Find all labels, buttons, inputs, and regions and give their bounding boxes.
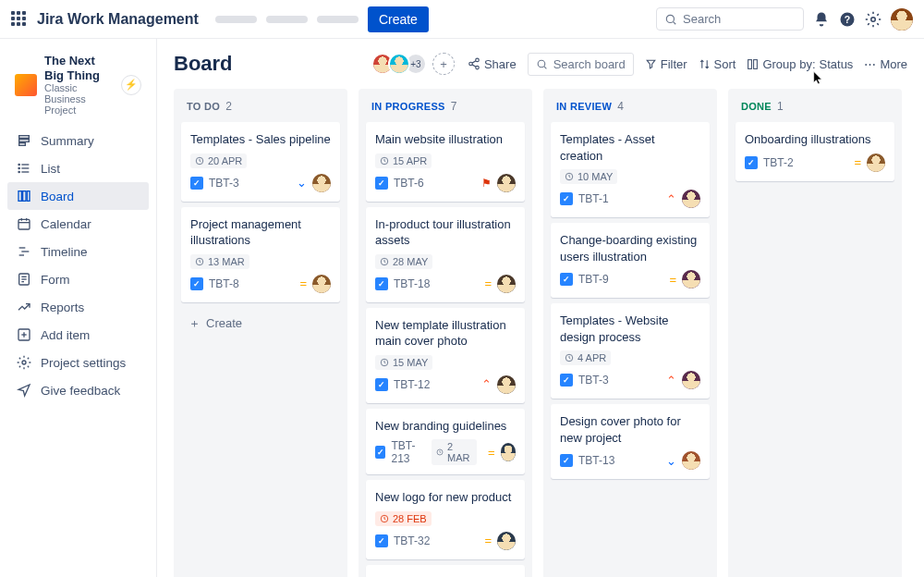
svg-point-32 [476,58,480,61]
nav-add[interactable]: Add item [7,321,149,349]
settings-icon[interactable] [865,11,881,28]
nav-label: Timeline [41,245,88,259]
more-button[interactable]: ⋯ More [864,57,907,71]
nav-board[interactable]: Board [7,182,149,210]
sort-button[interactable]: Sort [699,57,736,71]
issue-title: New template illustration main cover pho… [375,317,516,350]
search-icon [664,13,677,26]
app-switcher-icon[interactable] [11,11,28,28]
assignee-avatar[interactable] [312,275,331,293]
column-review: IN REVIEW4 Templates - Asset creation 10… [543,89,717,577]
nav-list[interactable]: List [7,154,149,182]
task-type-icon [190,177,203,190]
add-icon [17,327,31,342]
issue-title: Change-boarding existing users illustrat… [560,232,700,264]
board-icon [17,189,31,203]
issue-card[interactable]: Design cover photo for new project TBT-1… [551,404,710,479]
assignee-avatar[interactable] [497,275,516,293]
assignee-avatar[interactable] [497,375,516,394]
nav-summary[interactable]: Summary [7,127,149,154]
assignee-avatar[interactable] [682,371,700,389]
issue-card[interactable]: New template illustration main cover pho… [366,308,525,403]
svg-rect-14 [18,191,21,202]
create-button[interactable]: Create [368,6,429,32]
issue-card[interactable]: Templates - Sales pipeline 20 APR TBT-3⌄ [181,122,340,202]
board-search[interactable]: Search board [528,53,634,76]
cursor-icon [811,70,826,85]
priority-icon: = [299,276,307,290]
column-header[interactable]: IN PROGRESS7 [366,96,525,122]
svg-rect-15 [23,191,26,202]
column-header[interactable]: IN REVIEW4 [551,96,710,122]
task-type-icon [375,534,388,547]
project-type: Classic Business Project [44,82,114,116]
issue-card[interactable]: Onboarding illustrations TBT-2= [736,122,894,181]
assignee-avatar[interactable] [867,153,885,172]
nav-calendar[interactable]: Calendar [7,210,149,238]
assignee-avatar[interactable] [682,190,700,208]
issue-key: TBT-1 [578,192,609,205]
nav-reports[interactable]: Reports [7,293,149,321]
issue-card[interactable]: Templates - Asset creation 10 MAY TBT-1⌃ [551,122,710,217]
topnav-placeholder[interactable] [215,16,257,23]
assignee-avatar[interactable] [497,532,516,550]
task-type-icon [560,454,573,467]
add-people-button[interactable]: + [432,53,455,75]
task-type-icon [375,277,388,290]
task-type-icon [375,378,388,391]
nav-label: Summary [41,134,94,148]
nav-label: List [41,162,60,176]
notifications-icon[interactable] [813,11,830,28]
issue-card[interactable]: Design new landing page TBT-111⌄ [366,565,525,577]
assignee-avatar[interactable] [497,174,516,192]
share-button[interactable]: Share [468,57,517,71]
search-icon [536,58,548,70]
assignee-avatar[interactable] [682,451,700,470]
calendar-icon [17,216,31,231]
column-progress: IN PROGRESS7 Main website illustration 1… [359,89,532,577]
nav-label: Board [41,190,74,203]
svg-point-33 [469,62,473,66]
nav-timeline[interactable]: Timeline [7,238,149,265]
groupby-button[interactable]: Group by: Status [747,57,853,71]
svg-rect-40 [754,59,758,68]
assignee-avatar[interactable] [682,270,700,288]
column-header[interactable]: DONE1 [736,96,894,122]
issue-title: Templates - Sales pipeline [190,131,331,148]
issue-title: In-product tour illustration assets [375,216,516,249]
product-logo[interactable]: Jira Work Management [37,11,199,28]
feedback-icon [17,383,31,398]
assignee-avatar[interactable] [312,174,331,192]
priority-icon: = [484,276,492,290]
svg-point-31 [22,361,26,364]
user-avatar[interactable] [891,8,913,31]
issue-card[interactable]: Templates - Website design process 4 APR… [551,303,710,399]
issue-card[interactable]: Change-boarding existing users illustrat… [551,223,710,298]
nav-feedback[interactable]: Give feedback [7,376,149,404]
issue-key: TBT-2 [763,156,794,169]
create-issue-button[interactable]: ＋ Create [181,308,340,339]
issue-title: Main website illustration [375,131,516,148]
topnav-placeholder[interactable] [266,16,308,23]
assignee-avatar[interactable] [501,443,516,461]
issue-key: TBT-13 [578,454,614,467]
avatar-stack[interactable]: +3 + [377,53,455,75]
issue-card[interactable]: New branding guidelines TBT-2132 MAR= [366,409,525,475]
nav-settings[interactable]: Project settings [7,349,149,376]
priority-icon: ⌃ [481,377,492,391]
filter-button[interactable]: Filter [645,57,687,71]
svg-rect-7 [19,143,26,146]
issue-card[interactable]: Main website illustration 15 APR TBT-6⚑ [366,122,525,202]
project-header[interactable]: The Next Big Thing Classic Business Proj… [7,50,149,127]
automation-icon[interactable]: ⚡ [121,75,141,95]
issue-key: TBT-9 [578,273,609,286]
help-icon[interactable]: ? [839,11,856,28]
issue-card[interactable]: New logo for new product 28 FEB TBT-32= [366,480,525,559]
column-header[interactable]: TO DO2 [181,96,340,122]
issue-card[interactable]: In-product tour illustration assets 28 M… [366,207,525,302]
issue-card[interactable]: Project management illustrations 13 MAR … [181,207,340,302]
nav-label: Give feedback [41,384,120,398]
global-search[interactable]: Search [656,7,804,31]
nav-form[interactable]: Form [7,265,149,293]
topnav-placeholder[interactable] [317,16,359,23]
